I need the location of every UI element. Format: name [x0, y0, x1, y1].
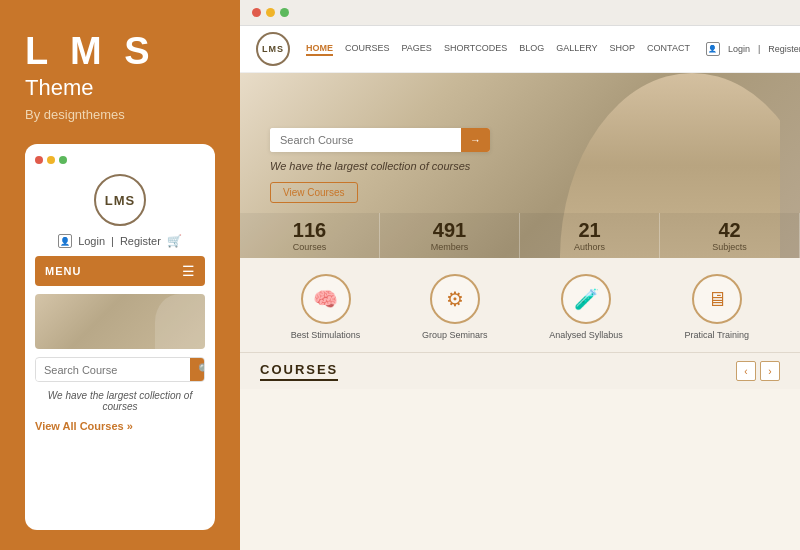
nav-separator: | — [758, 44, 760, 54]
site-nav: LMS HOME COURSES PAGES SHORTCODES BLOG G… — [240, 26, 800, 73]
courses-title: COURSES — [260, 362, 338, 381]
feature-best-stimulations: 🧠 Best Stimulations — [291, 274, 361, 340]
courses-prev-button[interactable]: ‹ — [736, 361, 756, 381]
mockup-separator: | — [111, 235, 114, 247]
feature-icon-seminars: ⚙ — [430, 274, 480, 324]
feature-label-training: Pratical Training — [685, 330, 750, 340]
mockup-search-button[interactable]: 🔍 — [190, 358, 205, 381]
mockup-menu-bar[interactable]: MENU ☰ — [35, 256, 205, 286]
nav-register[interactable]: Register — [768, 44, 800, 54]
mockup-user-icon: 👤 — [58, 234, 72, 248]
feature-analysed-syllabus: 🧪 Analysed Syllabus — [549, 274, 623, 340]
site-nav-right: 👤 Login | Register 🛒 — [706, 42, 800, 56]
mockup-tagline: We have the largest collection of course… — [35, 390, 205, 412]
courses-section: COURSES ‹ › — [240, 352, 800, 389]
feature-label-syllabus: Analysed Syllabus — [549, 330, 623, 340]
mockup-login-text[interactable]: Login — [78, 235, 105, 247]
stat-members-number: 491 — [380, 219, 519, 242]
site-logo: LMS — [256, 32, 290, 66]
site-nav-links: HOME COURSES PAGES SHORTCODES BLOG GALLE… — [306, 43, 690, 56]
browser-dot-green — [280, 8, 289, 17]
stat-members: 491 Members — [380, 213, 520, 258]
mockup-register-text[interactable]: Register — [120, 235, 161, 247]
app-by: By designthemes — [25, 107, 215, 122]
feature-icon-training: 🖥 — [692, 274, 742, 324]
stat-courses-number: 116 — [240, 219, 379, 242]
dot-red — [35, 156, 43, 164]
mockup-search-bar: 🔍 — [35, 357, 205, 382]
mockup-cart-icon: 🛒 — [167, 234, 182, 248]
feature-group-seminars: ⚙ Group Seminars — [422, 274, 488, 340]
feature-icon-syllabus: 🧪 — [561, 274, 611, 324]
stat-courses: 116 Courses — [240, 213, 380, 258]
stat-courses-label: Courses — [240, 242, 379, 252]
mockup-logo: LMS — [94, 174, 146, 226]
browser-dot-yellow — [266, 8, 275, 17]
hero-search-bar: → — [270, 128, 490, 152]
website-preview: LMS HOME COURSES PAGES SHORTCODES BLOG G… — [240, 26, 800, 550]
dot-yellow — [47, 156, 55, 164]
mockup-window-dots — [35, 156, 205, 164]
app-title: L M S — [25, 30, 215, 73]
feature-practical-training: 🖥 Pratical Training — [685, 274, 750, 340]
nav-item-pages[interactable]: PAGES — [402, 43, 432, 56]
nav-item-shop[interactable]: SHOP — [610, 43, 636, 56]
app-subtitle: Theme — [25, 75, 215, 101]
nav-item-shortcodes[interactable]: SHORTCODES — [444, 43, 507, 56]
feature-label-seminars: Group Seminars — [422, 330, 488, 340]
nav-user-icon: 👤 — [706, 42, 720, 56]
hero-tagline: We have the largest collection of course… — [270, 160, 770, 172]
courses-header: COURSES ‹ › — [260, 361, 780, 381]
feature-icon-stimulations: 🧠 — [301, 274, 351, 324]
hero-search-button[interactable]: → — [461, 128, 490, 152]
hero-content: → We have the largest collection of cour… — [270, 128, 770, 203]
stat-authors-number: 21 — [520, 219, 659, 242]
nav-item-courses[interactable]: COURSES — [345, 43, 390, 56]
dot-green — [59, 156, 67, 164]
nav-login[interactable]: Login — [728, 44, 750, 54]
stat-members-label: Members — [380, 242, 519, 252]
nav-item-gallery[interactable]: GALLERY — [556, 43, 597, 56]
nav-item-blog[interactable]: BLOG — [519, 43, 544, 56]
left-panel: L M S Theme By designthemes LMS 👤 Login … — [0, 0, 240, 550]
hamburger-icon: ☰ — [182, 263, 195, 279]
browser-dot-red — [252, 8, 261, 17]
mockup-view-link[interactable]: View All Courses » — [35, 420, 205, 432]
stat-authors-label: Authors — [520, 242, 659, 252]
hero-search-input[interactable] — [270, 128, 461, 152]
mockup-logo-area: LMS — [35, 174, 205, 226]
features-section: 🧠 Best Stimulations ⚙ Group Seminars 🧪 A… — [240, 258, 800, 352]
mockup-hero-image — [35, 294, 205, 349]
courses-navigation: ‹ › — [736, 361, 780, 381]
stat-subjects-number: 42 — [660, 219, 799, 242]
mobile-mockup: LMS 👤 Login | Register 🛒 MENU ☰ 🔍 We hav… — [25, 144, 215, 530]
nav-item-home[interactable]: HOME — [306, 43, 333, 56]
mockup-search-input[interactable] — [36, 359, 190, 381]
stat-subjects-label: Subjects — [660, 242, 799, 252]
feature-label-stimulations: Best Stimulations — [291, 330, 361, 340]
stat-subjects: 42 Subjects — [660, 213, 800, 258]
nav-item-contact[interactable]: CONTACT — [647, 43, 690, 56]
courses-next-button[interactable]: › — [760, 361, 780, 381]
site-hero: → We have the largest collection of cour… — [240, 73, 800, 258]
mockup-login-bar: 👤 Login | Register 🛒 — [35, 234, 205, 248]
stat-authors: 21 Authors — [520, 213, 660, 258]
mockup-view-link-text: View All Courses » — [35, 420, 133, 432]
mockup-menu-label: MENU — [45, 265, 81, 277]
hero-cta-button[interactable]: View Courses — [270, 182, 358, 203]
right-panel: LMS HOME COURSES PAGES SHORTCODES BLOG G… — [240, 0, 800, 550]
stats-bar: 116 Courses 491 Members 21 Authors 42 Su… — [240, 213, 800, 258]
browser-chrome — [240, 0, 800, 26]
